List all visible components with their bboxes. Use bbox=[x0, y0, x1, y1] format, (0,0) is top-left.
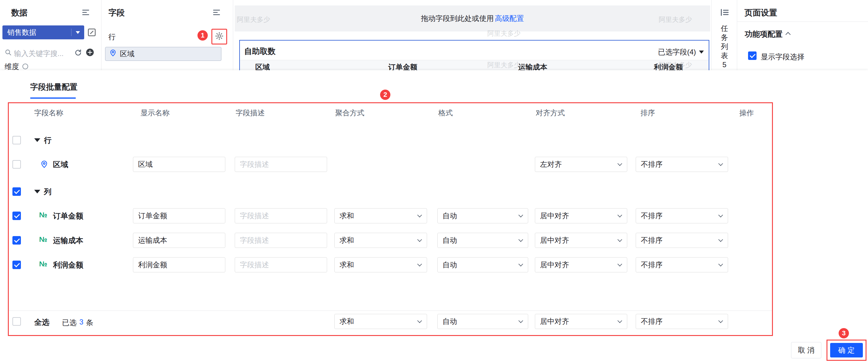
selected-count-text: 已选 3 条 bbox=[62, 318, 93, 328]
select-value: 不排序 bbox=[641, 160, 663, 169]
task-list-icon[interactable] bbox=[720, 7, 730, 19]
batch-align-select[interactable]: 居中对齐 bbox=[535, 314, 627, 329]
field-desc-input[interactable] bbox=[235, 233, 327, 248]
row-checkbox[interactable] bbox=[12, 236, 21, 244]
group-row-checkbox[interactable] bbox=[12, 136, 21, 144]
group-label: 行 bbox=[44, 135, 52, 145]
dataset-selector[interactable]: 销售数据 bbox=[2, 26, 84, 39]
chevron-down-icon bbox=[519, 319, 523, 323]
chevron-down-icon bbox=[618, 262, 622, 267]
display-name-input[interactable] bbox=[133, 208, 225, 223]
format-select[interactable]: 自动 bbox=[437, 257, 528, 272]
batch-sort-select[interactable]: 不排序 bbox=[636, 314, 728, 329]
chevron-down-icon bbox=[417, 237, 422, 242]
align-select[interactable]: 左对齐 bbox=[535, 157, 627, 172]
active-tab-indicator bbox=[30, 97, 76, 99]
row-zone-label: 行 bbox=[108, 32, 116, 42]
row-checkbox[interactable] bbox=[12, 160, 21, 169]
row-field-chip[interactable]: 区域 bbox=[105, 47, 221, 61]
info-icon bbox=[23, 64, 28, 69]
aggregation-select[interactable]: 求和 bbox=[334, 208, 427, 223]
task-rail-char: 表 bbox=[712, 51, 737, 61]
select-value: 居中对齐 bbox=[540, 317, 569, 326]
cancel-button[interactable]: 取 消 bbox=[791, 342, 822, 358]
search-icon bbox=[4, 48, 12, 58]
align-select[interactable]: 居中对齐 bbox=[535, 233, 627, 248]
row-checkbox[interactable] bbox=[12, 261, 21, 269]
select-value: 求和 bbox=[340, 211, 354, 221]
chevron-down-icon bbox=[618, 237, 622, 242]
align-select[interactable]: 居中对齐 bbox=[535, 208, 627, 223]
chevron-down-icon bbox=[417, 262, 422, 267]
batch-format-select[interactable]: 自动 bbox=[437, 314, 528, 329]
selected-prefix: 已选 bbox=[62, 318, 76, 328]
field-desc-input[interactable] bbox=[235, 157, 327, 172]
add-icon[interactable] bbox=[85, 48, 94, 58]
field-batch-config-modal: 字段批量配置 字段名称 显示名称 字段描述 聚合方式 格式 对齐方式 排序 操作… bbox=[0, 70, 868, 362]
preview-column: 利润金额 bbox=[654, 62, 683, 70]
collapse-triangle-icon[interactable] bbox=[34, 138, 40, 142]
show-field-select-checkbox[interactable] bbox=[748, 52, 756, 60]
select-value: 自动 bbox=[442, 260, 457, 270]
align-select[interactable]: 居中对齐 bbox=[535, 257, 627, 272]
field-config-table: 字段名称 显示名称 字段描述 聚合方式 格式 对齐方式 排序 操作 行 区域 左… bbox=[8, 102, 773, 336]
display-name-input[interactable] bbox=[133, 233, 225, 248]
drop-hint-text: 拖动字段到此处或使用 bbox=[421, 13, 494, 23]
collapse-triangle-icon[interactable] bbox=[34, 190, 40, 193]
aggregation-select[interactable]: 求和 bbox=[334, 233, 427, 248]
canvas-panel: 拖动字段到此处或使用高级配置 自助取数 已选字段(4) 区域 订单金额 运输成本… bbox=[233, 0, 712, 70]
field-name: 订单金额 bbox=[53, 211, 83, 221]
select-value: 自动 bbox=[442, 235, 457, 245]
task-rail-char: 列 bbox=[712, 42, 737, 52]
format-select[interactable]: 自动 bbox=[437, 208, 528, 223]
modal-title: 字段批量配置 bbox=[30, 82, 78, 92]
function-config-section[interactable]: 功能项配置 bbox=[745, 29, 783, 39]
number-field-icon: № bbox=[39, 260, 47, 268]
selected-fields-dropdown[interactable]: 已选字段(4) bbox=[658, 47, 704, 57]
row-checkbox[interactable] bbox=[12, 211, 21, 220]
table-row: № 订单金额 求和 自动 居中对齐 不排序 bbox=[9, 208, 772, 223]
sort-select[interactable]: 不排序 bbox=[636, 157, 728, 172]
select-value: 居中对齐 bbox=[540, 235, 569, 245]
chevron-down-icon bbox=[417, 213, 422, 218]
show-field-select-label: 显示字段选择 bbox=[761, 52, 804, 62]
col-header: 显示名称 bbox=[141, 108, 169, 118]
dimension-section-label: 维度 bbox=[4, 62, 19, 70]
data-panel-title: 数据 bbox=[11, 7, 28, 18]
col-header: 对齐方式 bbox=[536, 108, 565, 118]
field-search-input[interactable] bbox=[14, 48, 69, 59]
format-select[interactable]: 自动 bbox=[437, 233, 528, 248]
chevron-down-icon bbox=[519, 237, 523, 242]
select-all-checkbox[interactable] bbox=[12, 317, 21, 326]
preview-column: 订单金额 bbox=[388, 62, 417, 70]
drop-zone[interactable]: 拖动字段到此处或使用高级配置 bbox=[235, 5, 710, 31]
panel-menu-icon[interactable] bbox=[212, 8, 221, 18]
confirm-button[interactable]: 确 定 bbox=[830, 343, 863, 358]
gear-icon bbox=[215, 31, 224, 42]
advanced-config-link[interactable]: 高级配置 bbox=[495, 13, 524, 23]
aggregation-select[interactable]: 求和 bbox=[334, 257, 427, 272]
fields-panel-title: 字段 bbox=[108, 7, 125, 18]
edit-icon[interactable] bbox=[87, 27, 97, 39]
panel-menu-icon[interactable] bbox=[81, 8, 90, 18]
sort-select[interactable]: 不排序 bbox=[636, 233, 728, 248]
group-column-checkbox[interactable] bbox=[12, 187, 21, 196]
select-value: 居中对齐 bbox=[540, 211, 569, 221]
chevron-down-icon bbox=[718, 319, 723, 323]
field-desc-input[interactable] bbox=[235, 257, 327, 272]
batch-footer-row: 全选 已选 3 条 求和 自动 居中对齐 不排序 bbox=[9, 314, 772, 329]
select-value: 求和 bbox=[340, 317, 354, 326]
sort-select[interactable]: 不排序 bbox=[636, 257, 728, 272]
chevron-down-icon bbox=[618, 319, 622, 323]
display-name-input[interactable] bbox=[133, 257, 225, 272]
preview-header-band bbox=[240, 60, 709, 70]
col-header: 聚合方式 bbox=[335, 108, 364, 118]
field-desc-input[interactable] bbox=[235, 208, 327, 223]
sort-select[interactable]: 不排序 bbox=[636, 208, 728, 223]
geo-field-icon bbox=[40, 160, 49, 169]
display-name-input[interactable] bbox=[133, 157, 225, 172]
col-header: 排序 bbox=[641, 108, 655, 118]
refresh-icon[interactable] bbox=[74, 48, 82, 58]
batch-aggregation-select[interactable]: 求和 bbox=[334, 314, 427, 329]
batch-config-gear-button[interactable] bbox=[212, 30, 226, 43]
